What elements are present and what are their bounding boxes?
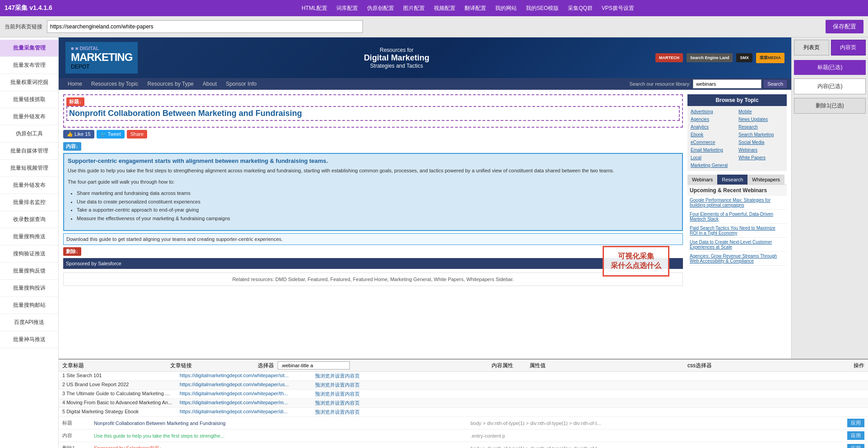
- tab-research[interactable]: Research: [717, 175, 747, 185]
- site-header-top: ■ ■ DIGITAL MARKETING DEPOT Resources fo…: [59, 37, 791, 78]
- nav-about[interactable]: About: [198, 78, 221, 90]
- nav-resources-type[interactable]: Resources by Type: [143, 78, 199, 90]
- col-css-header: css选择器: [687, 362, 712, 369]
- logo-box: ■ ■ DIGITAL MARKETING DEPOT: [65, 42, 138, 74]
- topic-link[interactable]: Analytics: [690, 124, 737, 130]
- nav-qq[interactable]: 采集QQ群: [568, 5, 593, 12]
- apply-button[interactable]: 应用: [847, 444, 864, 448]
- sidebar-item-links[interactable]: 批量链接抓取: [0, 91, 58, 108]
- content-page-btn[interactable]: 内容页: [831, 40, 866, 55]
- sidebar-item-shortvideo[interactable]: 批量短视频管理: [0, 160, 58, 177]
- instruction-line2: 采什么点选什么: [611, 261, 661, 271]
- nav-translate[interactable]: 翻译配置: [464, 5, 486, 12]
- search-button[interactable]: Search: [764, 80, 787, 88]
- sidebar-item-sogou-feedback[interactable]: 批量搜狗反馈: [0, 263, 58, 280]
- nav-sponsor[interactable]: Sponsor Info: [221, 78, 261, 90]
- sidebar-item-baidu-api[interactable]: 百度API推送: [0, 314, 58, 331]
- fb-like-btn[interactable]: 👍 Like 15: [63, 130, 94, 139]
- row-action[interactable]: 预浏览并设置内容页: [315, 391, 360, 397]
- nav-img[interactable]: 图片配置: [403, 5, 425, 12]
- logo-depot: DEPOT: [71, 64, 132, 70]
- tab-webinars[interactable]: Webinars: [687, 175, 717, 185]
- topic-link[interactable]: Marketing General: [690, 162, 737, 169]
- webinar-item[interactable]: Use Data to Create Next-Level Customer E…: [687, 238, 787, 252]
- nav-html[interactable]: HTML配置: [302, 5, 327, 12]
- url-input[interactable]: [47, 20, 363, 33]
- nav-home[interactable]: Home: [63, 78, 87, 90]
- nav-video[interactable]: 视频配置: [434, 5, 455, 12]
- sidebar-item-sogou-push[interactable]: 批量搜狗推送: [0, 228, 58, 245]
- nav-resources-topic[interactable]: Resources by Topic: [87, 78, 143, 90]
- nav-mysite[interactable]: 我的网站: [495, 5, 517, 12]
- webinar-item[interactable]: Four Elements of a Powerful, Data-Driven…: [687, 210, 787, 224]
- search-input[interactable]: [693, 79, 761, 88]
- bottom-table: 文章标题 文章链接 选择器 内容属性 属性值 css选择器 操作 1 Site …: [59, 359, 868, 448]
- tab-whitepapers[interactable]: Whitepapers: [747, 175, 784, 185]
- apply-button[interactable]: 应用: [847, 431, 864, 440]
- nav-vps[interactable]: VPS拨号设置: [602, 5, 634, 12]
- row-action[interactable]: 预浏览并设置内容页: [315, 373, 360, 379]
- webinar-item[interactable]: Agencies: Grow Revenue Streams Through W…: [687, 252, 787, 266]
- sidebar-item-external[interactable]: 批量外链发布: [0, 108, 58, 125]
- sidebar-item-extlinks[interactable]: 批量外链发布: [0, 177, 58, 194]
- save-config-button[interactable]: 保存配置: [826, 20, 863, 33]
- topic-link[interactable]: Local: [690, 154, 737, 161]
- instruction-line1: 可视化采集: [611, 252, 661, 261]
- apply-button[interactable]: 应用: [847, 419, 864, 427]
- topic-link[interactable]: Agencies: [690, 116, 737, 123]
- row-link: https://digitalmarketingdepot.com/whitep…: [176, 381, 311, 389]
- webinar-item[interactable]: Paid Search Tactics You Need to Maximize…: [687, 224, 787, 238]
- app-title: 147采集 v1.4.1.6: [5, 4, 59, 12]
- top-nav-bar: 147采集 v1.4.1.6 HTML配置 词库配置 伪原创配置 图片配置 视频…: [0, 0, 868, 16]
- css-selector-value: body > div:nth-of-type(1) > div:nth-of-t…: [471, 420, 843, 426]
- sidebar-item-sogou-complaint[interactable]: 批量搜狗投诉: [0, 280, 58, 297]
- sidebar-item-sogou-verify[interactable]: 搜狗验证推送: [0, 245, 58, 263]
- nav-seo[interactable]: 我的SEO模版: [526, 5, 559, 12]
- sidebar-item-media[interactable]: 批量自媒体管理: [0, 143, 58, 160]
- nav-dict[interactable]: 词库配置: [336, 5, 358, 12]
- topic-link[interactable]: Advertising: [690, 108, 737, 115]
- sidebar-item-shenma[interactable]: 批量神马推送: [0, 331, 58, 348]
- list-page-btn[interactable]: 列表页: [794, 40, 829, 55]
- topic-link[interactable]: Social Media: [738, 139, 784, 146]
- topic-link[interactable]: Mobile: [738, 108, 784, 115]
- row-action[interactable]: 预浏览并设置内容页: [315, 382, 360, 388]
- delete-selected-btn[interactable]: 删除1(已选): [794, 98, 866, 114]
- topic-link[interactable]: [738, 162, 784, 169]
- share-btn[interactable]: Share: [127, 130, 147, 139]
- topic-link[interactable]: Email Marketing: [690, 147, 737, 153]
- content-summary: Download this guide to get started align…: [63, 233, 683, 245]
- sidebar-item-publish[interactable]: 批量发布管理: [0, 57, 58, 74]
- sidebar-item-keyword[interactable]: 批量权重词挖掘: [0, 74, 58, 91]
- row-action[interactable]: 预浏览并设置内容页: [315, 400, 360, 406]
- table-row: 3 The Ultimate Guide to Calculating Mark…: [59, 390, 868, 399]
- header-subtitle: Strategies and Tactics: [147, 63, 646, 69]
- webinar-item[interactable]: Google Performance Max: Strategies for b…: [687, 196, 787, 210]
- selector-input-area: 文章标题 文章链接 选择器 内容属性 属性值 css选择器 操作: [59, 360, 868, 372]
- content-selected-btn[interactable]: 内容(已选): [794, 79, 866, 94]
- topic-link[interactable]: News Updates: [738, 116, 784, 123]
- top-nav-items: HTML配置 词库配置 伪原创配置 图片配置 视频配置 翻译配置 我的网站 我的…: [72, 5, 863, 12]
- search-label: Search our resource library:: [629, 81, 691, 87]
- topic-link[interactable]: White Papers: [738, 154, 784, 161]
- tweet-btn[interactable]: 🐦 Tweet: [97, 130, 125, 139]
- topic-link[interactable]: Ebook: [690, 131, 737, 138]
- article-title-wrapper: 标题↓ Nonprofit Collaboration Between Mark…: [63, 94, 683, 128]
- nav-fake[interactable]: 伪原创配置: [367, 5, 394, 12]
- sidebar-item-records[interactable]: 收录数据查询: [0, 211, 58, 228]
- sidebar-item-collect[interactable]: 批量采集管理: [0, 40, 58, 57]
- row-action[interactable]: 预浏览并设置内容页: [315, 409, 360, 415]
- browse-topic-title: Browse by Topic: [687, 94, 787, 106]
- list-item-0: Share marketing and fundraising data acr…: [77, 189, 678, 198]
- sidebar-item-rank[interactable]: 批量排名监控: [0, 194, 58, 211]
- list-item-1: Use data to create personalized constitu…: [77, 198, 678, 206]
- title-selected-btn[interactable]: 标题(已选): [794, 60, 866, 75]
- selector-input[interactable]: [278, 361, 350, 369]
- topic-link[interactable]: eCommerce: [690, 139, 737, 146]
- topic-link[interactable]: Webinars: [738, 147, 784, 153]
- sidebar-item-rewrite[interactable]: 伪原创工具: [0, 125, 58, 143]
- topic-link[interactable]: Research: [738, 124, 784, 130]
- topic-link[interactable]: Search Marketing: [738, 131, 784, 138]
- table-rows: 1 Site Search 101 https://digitalmarketi…: [59, 372, 868, 417]
- sidebar-item-sogou-mail[interactable]: 批量搜狗邮站: [0, 297, 58, 314]
